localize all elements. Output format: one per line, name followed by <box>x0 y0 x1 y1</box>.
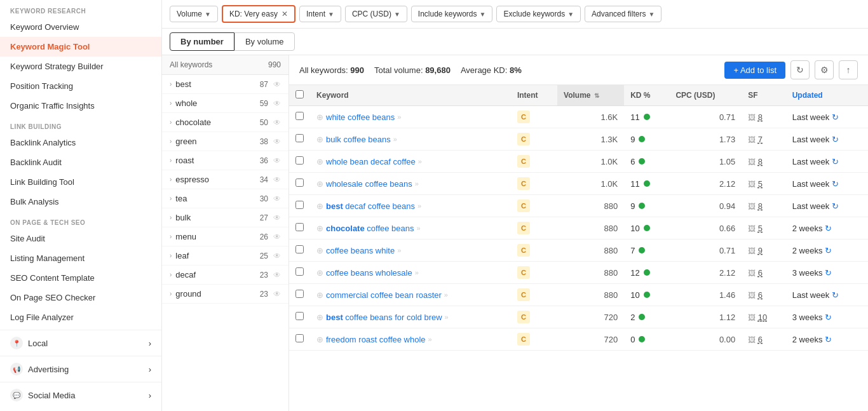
row-checkbox[interactable] <box>295 112 304 120</box>
sidebar-item-keyword-magic-tool[interactable]: Keyword Magic Tool <box>0 37 161 57</box>
eye-icon[interactable]: 👁 <box>273 290 281 299</box>
kd-close-icon[interactable]: ✕ <box>281 10 288 18</box>
keyword-link[interactable]: coffee beans white <box>326 246 395 255</box>
row-refresh-icon[interactable]: ↻ <box>832 112 839 122</box>
group-item-ground[interactable]: › ground 23 👁 <box>162 285 288 304</box>
add-keyword-icon[interactable]: ⊕ <box>316 112 323 122</box>
row-refresh-icon[interactable]: ↻ <box>825 313 832 322</box>
sf-icon[interactable]: 🖼 <box>748 224 756 233</box>
add-keyword-icon[interactable]: ⊕ <box>316 201 323 211</box>
sidebar-item-listing-management[interactable]: Listing Management <box>0 248 161 268</box>
group-item-chocolate[interactable]: › chocolate 50 👁 <box>162 113 288 132</box>
col-volume[interactable]: Volume ⇅ <box>557 85 624 106</box>
sidebar-item-on-page-seo-checker[interactable]: On Page SEO Checker <box>0 288 161 307</box>
keyword-link[interactable]: commercial coffee bean roaster <box>326 290 442 300</box>
row-checkbox[interactable] <box>295 134 304 142</box>
col-updated[interactable]: Updated <box>786 85 868 106</box>
group-item-bulk[interactable]: › bulk 27 👁 <box>162 208 288 227</box>
row-refresh-icon[interactable]: ↻ <box>825 335 832 344</box>
kd-filter[interactable]: KD: Very easy ✕ <box>222 5 295 23</box>
group-item-green[interactable]: › green 38 👁 <box>162 132 288 151</box>
add-keyword-icon[interactable]: ⊕ <box>316 224 323 233</box>
row-refresh-icon[interactable]: ↻ <box>832 201 839 211</box>
row-checkbox[interactable] <box>295 201 304 209</box>
cpc-filter[interactable]: CPC (USD) ▼ <box>345 6 407 22</box>
row-checkbox[interactable] <box>295 245 304 253</box>
sidebar-item-keyword-strategy-builder[interactable]: Keyword Strategy Builder <box>0 57 161 76</box>
add-keyword-icon[interactable]: ⊕ <box>316 268 323 278</box>
eye-icon[interactable]: 👁 <box>273 213 281 222</box>
keyword-link[interactable]: freedom roast coffee whole <box>326 335 426 344</box>
eye-icon[interactable]: 👁 <box>273 232 281 241</box>
eye-icon[interactable]: 👁 <box>273 156 281 165</box>
keyword-link[interactable]: best coffee beans for cold brew <box>326 313 442 322</box>
sf-icon[interactable]: 🖼 <box>748 291 756 300</box>
sidebar-category-social-media[interactable]: 💬 Social Media › <box>0 382 161 408</box>
sidebar-category-advertising[interactable]: 📢 Advertising › <box>0 356 161 382</box>
keyword-link[interactable]: coffee beans wholesale <box>326 268 412 278</box>
row-checkbox[interactable] <box>295 179 304 187</box>
add-keyword-icon[interactable]: ⊕ <box>316 157 323 166</box>
select-all-checkbox[interactable] <box>295 90 304 98</box>
group-item-espresso[interactable]: › espresso 34 👁 <box>162 170 288 189</box>
keyword-link[interactable]: whole bean decaf coffee <box>326 157 416 166</box>
eye-icon[interactable]: 👁 <box>273 271 281 280</box>
group-item-leaf[interactable]: › leaf 25 👁 <box>162 246 288 266</box>
row-checkbox[interactable] <box>295 290 304 298</box>
add-to-list-button[interactable]: + Add to list <box>724 62 785 79</box>
keyword-link[interactable]: best decaf coffee beans <box>326 201 415 211</box>
by-number-tab[interactable]: By number <box>170 32 234 51</box>
row-checkbox[interactable] <box>295 267 304 276</box>
add-keyword-icon[interactable]: ⊕ <box>316 335 323 344</box>
row-refresh-icon[interactable]: ↻ <box>825 246 832 255</box>
sidebar-item-organic-traffic-insights[interactable]: Organic Traffic Insights <box>0 96 161 116</box>
keyword-link[interactable]: white coffee beans <box>326 112 395 122</box>
eye-icon[interactable]: 👁 <box>273 99 281 108</box>
add-keyword-icon[interactable]: ⊕ <box>316 313 323 322</box>
volume-filter[interactable]: Volume ▼ <box>170 6 218 22</box>
settings-button[interactable]: ⚙ <box>815 60 834 79</box>
row-checkbox[interactable] <box>295 223 304 231</box>
group-item-menu[interactable]: › menu 26 👁 <box>162 227 288 246</box>
include-keywords-filter[interactable]: Include keywords ▼ <box>411 6 493 22</box>
sidebar-item-link-building-tool[interactable]: Link Building Tool <box>0 172 161 192</box>
sidebar-item-log-file-analyzer[interactable]: Log File Analyzer <box>0 307 161 327</box>
sidebar-item-backlink-audit[interactable]: Backlink Audit <box>0 152 161 172</box>
sidebar-category-local[interactable]: 📍 Local › <box>0 330 161 356</box>
eye-icon[interactable]: 👁 <box>273 80 281 89</box>
eye-icon[interactable]: 👁 <box>273 137 281 146</box>
keyword-link[interactable]: bulk coffee beans <box>326 135 391 144</box>
sf-icon[interactable]: 🖼 <box>748 158 756 166</box>
by-volume-tab[interactable]: By volume <box>234 32 295 51</box>
sidebar-item-position-tracking[interactable]: Position Tracking <box>0 76 161 96</box>
row-checkbox[interactable] <box>295 334 304 342</box>
intent-filter[interactable]: Intent ▼ <box>299 6 341 22</box>
export-button[interactable]: ↑ <box>839 60 858 79</box>
sidebar-item-seo-content-template[interactable]: SEO Content Template <box>0 268 161 288</box>
col-sf[interactable]: SF <box>742 85 786 106</box>
group-item-roast[interactable]: › roast 36 👁 <box>162 151 288 170</box>
add-keyword-icon[interactable]: ⊕ <box>316 179 323 189</box>
row-refresh-icon[interactable]: ↻ <box>832 179 839 189</box>
col-kd[interactable]: KD % <box>624 85 669 106</box>
sf-icon[interactable]: 🖼 <box>748 246 756 255</box>
keyword-link[interactable]: wholesale coffee beans <box>326 179 412 189</box>
eye-icon[interactable]: 👁 <box>273 175 281 184</box>
col-intent[interactable]: Intent <box>511 85 557 106</box>
row-refresh-icon[interactable]: ↻ <box>832 157 839 166</box>
eye-icon[interactable]: 👁 <box>273 118 281 127</box>
eye-icon[interactable]: 👁 <box>273 252 281 260</box>
add-keyword-icon[interactable]: ⊕ <box>316 246 323 255</box>
add-keyword-icon[interactable]: ⊕ <box>316 290 323 300</box>
sf-icon[interactable]: 🖼 <box>748 135 756 144</box>
row-refresh-icon[interactable]: ↻ <box>825 268 832 278</box>
exclude-keywords-filter[interactable]: Exclude keywords ▼ <box>496 6 581 22</box>
sidebar-item-keyword-overview[interactable]: Keyword Overview <box>0 17 161 37</box>
group-item-best[interactable]: › best 87 👁 <box>162 75 288 94</box>
sf-icon[interactable]: 🖼 <box>748 269 756 278</box>
row-checkbox[interactable] <box>295 156 304 165</box>
sf-icon[interactable]: 🖼 <box>748 335 756 344</box>
sf-icon[interactable]: 🖼 <box>748 113 756 122</box>
add-keyword-icon[interactable]: ⊕ <box>316 135 323 144</box>
refresh-button[interactable]: ↻ <box>790 60 810 79</box>
